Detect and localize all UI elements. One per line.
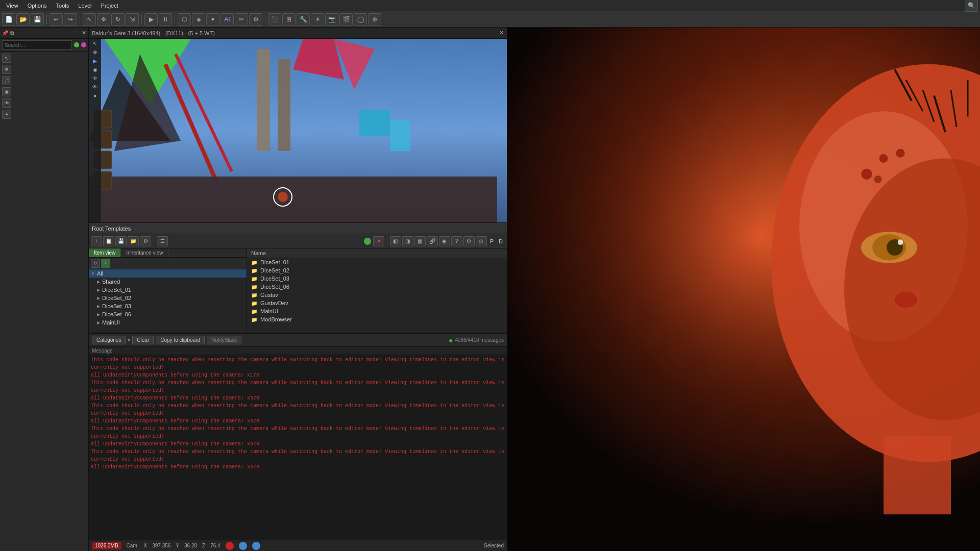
- snap-btn[interactable]: 🔧: [297, 13, 310, 26]
- ai-btn[interactable]: AI: [220, 13, 234, 26]
- list-label-3: DiceSet_06: [260, 284, 289, 290]
- move-btn[interactable]: ✥: [97, 13, 110, 26]
- list-item-1[interactable]: 📁 DiceSet_02: [247, 266, 507, 274]
- console-msg-8: This code should only be reached when re…: [91, 448, 505, 463]
- tool-f[interactable]: ◯: [354, 13, 367, 26]
- tab-item-view[interactable]: Item view: [89, 248, 121, 257]
- console-messages[interactable]: This code should only be reached when re…: [89, 355, 507, 540]
- menu-item-options[interactable]: Options: [23, 2, 51, 10]
- tree-item-shared[interactable]: ▶ Shared: [89, 278, 247, 286]
- search-button[interactable]: 🔍: [965, 0, 978, 12]
- tree-item-diceset06[interactable]: ▶ DiceSet_06: [89, 310, 247, 318]
- list-item-5[interactable]: 📁 GustavDev: [247, 299, 507, 307]
- left-close-btn[interactable]: ✕: [82, 30, 86, 36]
- left-tool-d[interactable]: ◉: [2, 87, 11, 96]
- status-btn-2[interactable]: [239, 542, 247, 550]
- vp-tool-7[interactable]: ●: [92, 92, 97, 99]
- status-btn-1[interactable]: [226, 542, 234, 550]
- svg-point-37: [861, 169, 872, 180]
- status-btn-3[interactable]: [252, 542, 260, 550]
- tree-item-diceset02[interactable]: ▶ DiceSet_02: [89, 294, 247, 302]
- left-tool-a[interactable]: ↖: [2, 54, 11, 63]
- render-btn[interactable]: 🎬: [339, 13, 353, 26]
- left-tool-b[interactable]: ✥: [2, 65, 11, 74]
- rt-vis-6[interactable]: ?: [451, 236, 462, 246]
- vp-tool-1[interactable]: ↖: [92, 40, 98, 47]
- terrain-btn[interactable]: ⬛: [268, 13, 281, 26]
- message-count: 4066/4410 messages: [455, 337, 504, 343]
- left-tool-f[interactable]: ●: [2, 110, 11, 119]
- vp-tool-4[interactable]: ◉: [92, 66, 99, 73]
- rt-btn-2[interactable]: 📋: [103, 236, 114, 246]
- menu-item-tools[interactable]: Tools: [52, 2, 74, 10]
- rt-cancel-btn[interactable]: ✕: [373, 236, 384, 246]
- tool-a[interactable]: ⬡: [178, 13, 191, 26]
- light-btn[interactable]: ☀: [311, 13, 324, 26]
- undo-btn[interactable]: ↩: [50, 13, 63, 26]
- tree-refresh[interactable]: ↻: [91, 259, 100, 268]
- vp-tool-6[interactable]: 👁: [91, 83, 99, 91]
- expand-icon[interactable]: ⧉: [10, 30, 14, 36]
- tab-inheritance-view[interactable]: Inheritance view: [121, 248, 168, 257]
- x-label: X: [144, 543, 148, 548]
- menu-item-view[interactable]: View: [2, 2, 22, 10]
- redo-btn[interactable]: ↪: [64, 13, 77, 26]
- tool-d[interactable]: ✏: [235, 13, 248, 26]
- clear-btn[interactable]: Clear: [132, 336, 154, 344]
- open-btn[interactable]: 📂: [16, 13, 30, 26]
- tree-item-diceset01[interactable]: ▶ DiceSet_01: [89, 286, 247, 294]
- categories-btn[interactable]: Categories: [92, 336, 126, 344]
- rt-btn-6[interactable]: ☰: [157, 236, 168, 246]
- tree-item-diceset03[interactable]: ▶ DiceSet_03: [89, 302, 247, 310]
- viewport-close[interactable]: ✕: [499, 30, 504, 36]
- tree-item-mainui[interactable]: ▶ MainUI: [89, 318, 247, 327]
- rt-vis-1[interactable]: ◧: [390, 236, 401, 246]
- console-msg-0: This code should only be reached when re…: [91, 356, 505, 371]
- list-item-4[interactable]: 📁 Gustav: [247, 291, 507, 299]
- notify-btn[interactable]: NotifySlack: [207, 336, 241, 344]
- rotate-btn[interactable]: ↻: [111, 13, 125, 26]
- rt-vis-2[interactable]: ◨: [402, 236, 413, 246]
- vp-tool-5[interactable]: 👁: [91, 74, 99, 82]
- play-btn[interactable]: ▶: [144, 13, 158, 26]
- tool-c[interactable]: ✦: [206, 13, 219, 26]
- menu-item-level[interactable]: Level: [74, 2, 95, 10]
- list-item-3[interactable]: 📁 DiceSet_06: [247, 283, 507, 291]
- viewport-scene[interactable]: ↖ ✥ ▶ ◉ 👁 👁 ●: [89, 39, 507, 222]
- rt-vis-5[interactable]: ◉: [439, 236, 450, 246]
- tool-e[interactable]: ⚙: [249, 13, 262, 26]
- tree-add[interactable]: +: [101, 259, 110, 268]
- tool-g[interactable]: ⊕: [368, 13, 381, 26]
- rt-btn-4[interactable]: 📁: [128, 236, 139, 246]
- pause-btn[interactable]: ⏸: [159, 13, 172, 26]
- camera-btn[interactable]: 📷: [325, 13, 338, 26]
- copy-clipboard-btn[interactable]: Copy to clipboard: [156, 336, 205, 344]
- list-item-0[interactable]: 📁 DiceSet_01: [247, 258, 507, 266]
- new-btn[interactable]: 📄: [2, 13, 15, 26]
- folder-icon-1: 📁: [251, 268, 257, 273]
- left-tool-c[interactable]: 🎵: [2, 76, 11, 85]
- tree-item-all[interactable]: ▼ All: [89, 269, 247, 278]
- grid-btn[interactable]: ⊞: [282, 13, 296, 26]
- rt-btn-1[interactable]: +: [91, 236, 102, 246]
- list-item-6[interactable]: 📁 MainUI: [247, 307, 507, 315]
- pin-icon[interactable]: 📌: [2, 30, 8, 36]
- rt-btn-5[interactable]: ⚙: [140, 236, 151, 246]
- vp-tool-2[interactable]: ✥: [92, 48, 98, 56]
- rt-vis-3[interactable]: ▦: [414, 236, 426, 246]
- scale-btn[interactable]: ⇲: [126, 13, 139, 26]
- z-label: Z: [202, 543, 205, 548]
- list-item-7[interactable]: 📁 ModBrowser: [247, 315, 507, 323]
- rt-vis-7[interactable]: ⚙: [463, 236, 475, 246]
- list-item-2[interactable]: 📁 DiceSet_03: [247, 274, 507, 283]
- tool-b[interactable]: ◈: [192, 13, 205, 26]
- left-tool-e[interactable]: 👁: [2, 98, 11, 108]
- rt-btn-3[interactable]: 💾: [115, 236, 127, 246]
- rt-vis-8[interactable]: ◎: [476, 236, 487, 246]
- vp-tool-3[interactable]: ▶: [92, 57, 98, 65]
- select-btn[interactable]: ↖: [83, 13, 96, 26]
- rt-vis-4[interactable]: 🔗: [427, 236, 438, 246]
- search-input[interactable]: [2, 40, 72, 49]
- menu-item-project[interactable]: Project: [97, 2, 122, 10]
- save-btn[interactable]: 💾: [31, 13, 44, 26]
